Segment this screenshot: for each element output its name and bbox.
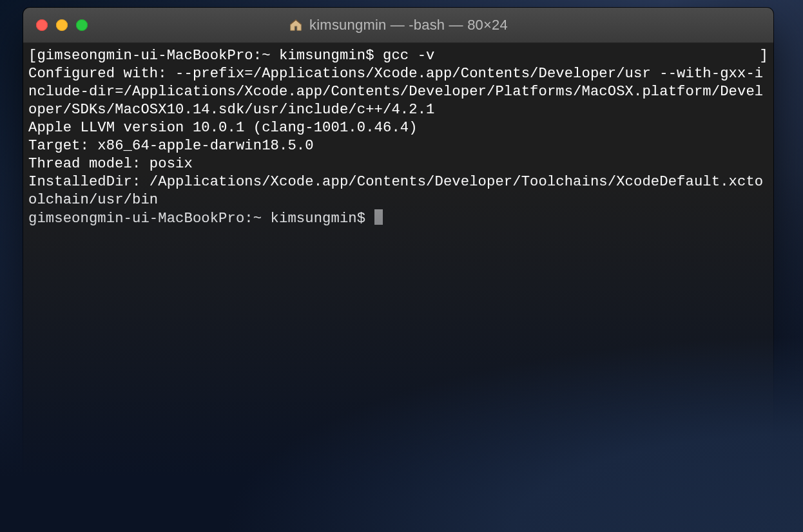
minimize-button[interactable] <box>56 19 68 31</box>
terminal-line: Apple LLVM version 10.0.1 (clang-1001.0.… <box>28 119 768 137</box>
prompt-with-command: [gimseongmin-ui-MacBookPro:~ kimsungmin$… <box>28 47 435 65</box>
cursor-block <box>374 209 383 225</box>
window-title-text: kimsungmin — -bash — 80×24 <box>309 17 508 33</box>
home-folder-icon <box>289 18 303 32</box>
maximize-button[interactable] <box>76 19 88 31</box>
prompt-text: gimseongmin-ui-MacBookPro:~ kimsungmin$ <box>28 211 374 227</box>
bracket-right: ] <box>760 47 768 65</box>
terminal-window: kimsungmin — -bash — 80×24 [gimseongmin-… <box>23 8 773 495</box>
traffic-lights <box>23 19 88 31</box>
terminal-prompt-line: gimseongmin-ui-MacBookPro:~ kimsungmin$ <box>28 209 768 228</box>
close-button[interactable] <box>36 19 48 31</box>
terminal-line: Configured with: --prefix=/Applications/… <box>28 65 768 119</box>
terminal-line: InstalledDir: /Applications/Xcode.app/Co… <box>28 173 768 209</box>
terminal-viewport[interactable]: [gimseongmin-ui-MacBookPro:~ kimsungmin$… <box>23 43 773 495</box>
terminal-line: Thread model: posix <box>28 155 768 173</box>
terminal-line: Target: x86_64-apple-darwin18.5.0 <box>28 137 768 155</box>
terminal-line: [gimseongmin-ui-MacBookPro:~ kimsungmin$… <box>28 47 768 65</box>
window-title: kimsungmin — -bash — 80×24 <box>23 17 773 33</box>
titlebar[interactable]: kimsungmin — -bash — 80×24 <box>23 8 773 43</box>
